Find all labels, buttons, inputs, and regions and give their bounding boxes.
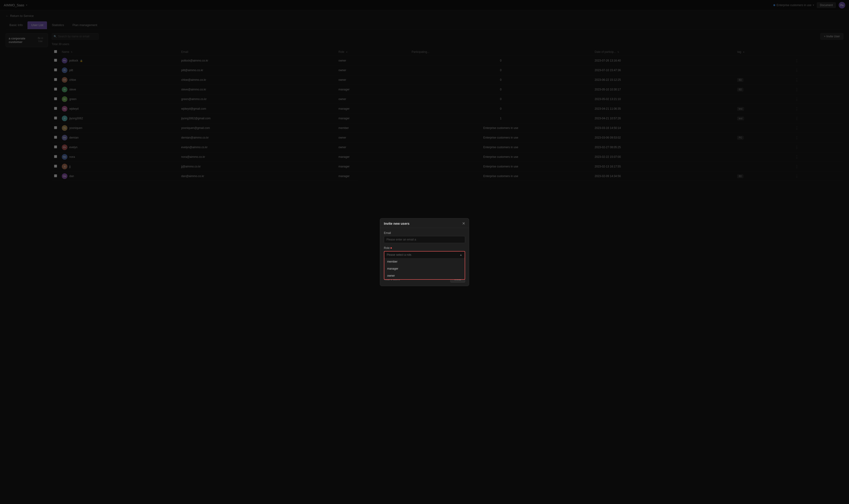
role-option-manager[interactable]: manager: [384, 265, 465, 272]
modal-title: Invite new users: [384, 222, 409, 226]
role-select[interactable]: Please select a role. ▲: [384, 251, 465, 258]
role-option-member[interactable]: member: [384, 258, 465, 265]
role-option-owner[interactable]: owner: [384, 272, 465, 279]
role-label: Role: [384, 246, 465, 250]
email-label: Email: [384, 231, 465, 235]
role-section: Role Please select a role. ▲ member mana…: [384, 246, 465, 258]
role-dropdown: member manager owner: [384, 258, 465, 280]
role-chevron-icon: ▲: [460, 253, 462, 256]
required-indicator: [390, 247, 392, 249]
role-placeholder: Please select a role.: [387, 253, 412, 256]
modal-header: Invite new users ✕: [380, 218, 469, 228]
modal-close-button[interactable]: ✕: [462, 222, 465, 226]
invite-modal: Invite new users ✕ Email Role Please sel…: [380, 218, 469, 286]
email-input[interactable]: [384, 236, 465, 243]
modal-overlay[interactable]: Invite new users ✕ Email Role Please sel…: [0, 0, 849, 504]
modal-body: Email Role Please select a role. ▲ membe…: [380, 228, 469, 262]
